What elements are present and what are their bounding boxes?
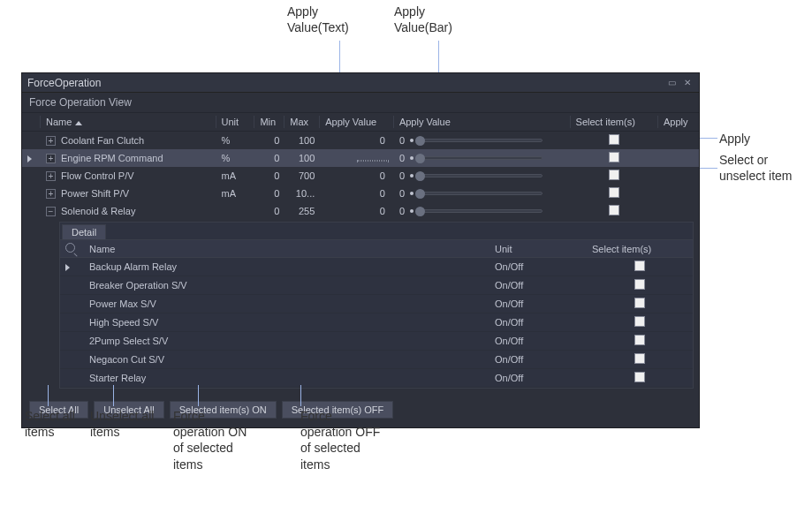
col-name[interactable]: Name bbox=[41, 113, 216, 132]
col-apply-value-text[interactable]: Apply Value bbox=[320, 113, 394, 132]
callout-select-item: Select or unselect item bbox=[719, 152, 792, 184]
detail-select-checkbox[interactable] bbox=[634, 372, 645, 382]
detail-select-checkbox[interactable] bbox=[634, 316, 645, 327]
apply-value-text-input[interactable] bbox=[357, 160, 389, 162]
slider-track[interactable] bbox=[419, 139, 543, 142]
row-name: Engine RPM Command bbox=[61, 153, 163, 163]
cell-unit bbox=[216, 202, 255, 220]
table-row[interactable]: +Engine RPM Command%01000 bbox=[22, 149, 699, 167]
slider-track[interactable] bbox=[419, 209, 543, 213]
slider-thumb[interactable] bbox=[415, 154, 425, 163]
force-operation-panel: ForceOperation ▭ ✕ Force Operation View bbox=[21, 72, 700, 428]
slider-value: 0 bbox=[399, 135, 405, 146]
table-row[interactable]: +Flow Control P/VmA070000 bbox=[22, 167, 699, 185]
slider-thumb[interactable] bbox=[415, 171, 425, 181]
detail-row[interactable]: Backup Alarm RelayOn/Off bbox=[60, 258, 693, 276]
detail-col-name[interactable]: Name bbox=[84, 240, 489, 258]
select-item-checkbox[interactable] bbox=[609, 205, 619, 215]
detail-grid: Name Unit Select item(s) Backup Alarm Re… bbox=[60, 239, 693, 388]
current-row-icon bbox=[65, 264, 70, 271]
panel-title: ForceOperation bbox=[27, 77, 101, 89]
apply-value-slider[interactable]: 0 bbox=[399, 153, 565, 163]
apply-value-slider[interactable]: 0 bbox=[399, 188, 565, 199]
detail-row[interactable]: Negacon Cut S/VOn/Off bbox=[60, 351, 693, 369]
detail-row[interactable]: Starter RelayOn/Off bbox=[60, 369, 693, 388]
slider-value: 0 bbox=[399, 170, 405, 181]
search-icon[interactable] bbox=[65, 243, 75, 253]
apply-value-slider[interactable]: 0 bbox=[399, 206, 565, 216]
slider-track[interactable] bbox=[419, 174, 543, 177]
slider-thumb[interactable] bbox=[415, 207, 425, 216]
cell-max: 255 bbox=[285, 202, 320, 220]
cell-max: 100 bbox=[285, 132, 320, 150]
detail-select-checkbox[interactable] bbox=[634, 353, 645, 364]
slider-thumb[interactable] bbox=[415, 189, 425, 199]
cell-max: 100 bbox=[285, 149, 320, 167]
callout-apply: Apply bbox=[719, 131, 750, 147]
col-apply-value-bar[interactable]: Apply Value bbox=[394, 113, 571, 132]
detail-tab[interactable]: Detail bbox=[62, 224, 106, 239]
slider-track[interactable] bbox=[419, 156, 543, 160]
apply-cell[interactable] bbox=[658, 202, 699, 220]
cell-unit: mA bbox=[216, 167, 255, 185]
slider-track[interactable] bbox=[419, 192, 543, 195]
detail-unit: On/Off bbox=[489, 258, 587, 276]
expand-icon[interactable]: − bbox=[46, 207, 56, 216]
callout-select-all: Select all items bbox=[25, 408, 75, 440]
expand-icon[interactable]: + bbox=[46, 171, 56, 181]
detail-row[interactable]: Breaker Operation S/VOn/Off bbox=[60, 276, 693, 295]
cell-min: 0 bbox=[254, 202, 285, 220]
detail-col-select[interactable]: Select item(s) bbox=[587, 240, 693, 258]
slider-value: 0 bbox=[399, 188, 405, 199]
apply-value-text-input[interactable]: 0 bbox=[362, 188, 389, 199]
apply-value-text-input[interactable]: 0 bbox=[362, 206, 389, 216]
detail-select-checkbox[interactable] bbox=[634, 335, 645, 345]
detail-row[interactable]: 2Pump Select S/VOn/Off bbox=[60, 332, 693, 351]
col-min[interactable]: Min bbox=[254, 113, 285, 132]
close-icon[interactable]: ✕ bbox=[681, 77, 694, 89]
col-unit[interactable]: Unit bbox=[216, 113, 255, 132]
col-select[interactable]: Select item(s) bbox=[571, 113, 658, 132]
expand-icon[interactable]: + bbox=[46, 136, 56, 146]
select-item-checkbox[interactable] bbox=[609, 187, 619, 198]
detail-row[interactable]: High Speed S/VOn/Off bbox=[60, 313, 693, 332]
callout-apply-value-text: Apply Value(Text) bbox=[287, 4, 349, 35]
apply-cell[interactable] bbox=[658, 149, 699, 167]
detail-name: 2Pump Select S/V bbox=[84, 332, 489, 351]
apply-value-slider[interactable]: 0 bbox=[399, 170, 565, 181]
cell-min: 0 bbox=[254, 149, 285, 167]
callout-line bbox=[700, 138, 717, 139]
apply-value-text-input[interactable]: 0 bbox=[362, 135, 389, 146]
detail-col-unit[interactable]: Unit bbox=[489, 240, 587, 258]
detach-icon[interactable]: ▭ bbox=[665, 77, 678, 89]
table-row[interactable]: +Coolant Fan Clutch%010000 bbox=[22, 132, 699, 150]
expand-icon[interactable]: + bbox=[46, 189, 56, 199]
select-item-checkbox[interactable] bbox=[609, 170, 619, 180]
callout-apply-value-bar: Apply Value(Bar) bbox=[394, 4, 452, 35]
slider-value: 0 bbox=[399, 153, 405, 163]
expand-icon[interactable]: + bbox=[46, 154, 56, 163]
select-item-checkbox[interactable] bbox=[609, 134, 619, 145]
table-row[interactable]: −Solenoid & Relay025500 bbox=[22, 202, 699, 220]
detail-select-checkbox[interactable] bbox=[634, 261, 645, 271]
cell-max: 10... bbox=[285, 185, 320, 202]
apply-cell[interactable] bbox=[658, 185, 699, 202]
detail-row[interactable]: Power Max S/VOn/Off bbox=[60, 295, 693, 313]
cell-unit: mA bbox=[216, 185, 255, 202]
apply-cell[interactable] bbox=[658, 132, 699, 150]
detail-select-checkbox[interactable] bbox=[634, 298, 645, 308]
detail-panel: Detail Name Unit Select item(s) Ba bbox=[59, 222, 694, 389]
callout-line bbox=[113, 385, 114, 406]
apply-cell[interactable] bbox=[658, 167, 699, 185]
detail-unit: On/Off bbox=[489, 295, 587, 313]
slider-thumb[interactable] bbox=[415, 136, 425, 146]
table-row[interactable]: +Power Shift P/VmA010...00 bbox=[22, 185, 699, 202]
select-item-checkbox[interactable] bbox=[609, 152, 619, 162]
apply-value-slider[interactable]: 0 bbox=[399, 135, 565, 146]
apply-value-text-input[interactable]: 0 bbox=[362, 170, 389, 181]
slider-min-dot bbox=[410, 139, 414, 142]
col-apply[interactable]: Apply bbox=[658, 113, 699, 132]
detail-select-checkbox[interactable] bbox=[634, 279, 645, 290]
detail-name: Starter Relay bbox=[84, 369, 489, 388]
col-max[interactable]: Max bbox=[285, 113, 320, 132]
